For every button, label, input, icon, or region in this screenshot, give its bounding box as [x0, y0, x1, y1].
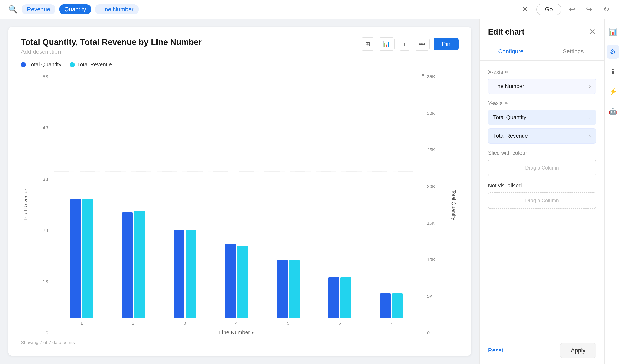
- chart-area: Total Quantity, Total Revenue by Line Nu…: [8, 27, 471, 356]
- bar-cyan-2: [134, 211, 145, 318]
- x-axis-value: Line Number: [493, 83, 524, 89]
- chart-title: Total Quantity, Total Revenue by Line Nu…: [21, 37, 361, 47]
- x-axis-label-text: X-axis: [488, 69, 503, 75]
- panel-title: Edit chart: [488, 27, 589, 43]
- tag-revenue[interactable]: Revenue: [22, 4, 55, 14]
- panel-close-button[interactable]: ✕: [589, 27, 596, 43]
- tab-configure[interactable]: Configure: [480, 43, 542, 60]
- bar-group-7: [380, 294, 403, 318]
- settings-icon-button[interactable]: ⚙: [607, 45, 619, 59]
- back-button[interactable]: ↩: [566, 5, 579, 14]
- more-options-button[interactable]: •••: [414, 38, 429, 50]
- bar-blue-6: [328, 277, 339, 318]
- bar-cyan-7: [392, 294, 403, 318]
- bar-cyan-5: [289, 260, 300, 318]
- legend-label-revenue: Total Revenue: [77, 61, 112, 68]
- y-axis-left-label: Total Revenue: [21, 189, 29, 221]
- y-right-tick: 25K: [427, 147, 435, 153]
- bar-blue-1: [70, 199, 81, 318]
- go-button[interactable]: Go: [536, 3, 561, 15]
- legend-dot-revenue: [70, 62, 75, 67]
- bar-group-4: [225, 244, 248, 318]
- y-axis-right: 35K 30K 25K 20K 15K 10K 5K 0: [424, 74, 449, 336]
- not-visualised-label: Not visualised: [488, 182, 596, 189]
- slice-colour-label: Slice with colour: [488, 150, 596, 156]
- y-tick: 1B: [43, 279, 48, 284]
- chart-wrapper: Total Revenue 5B 4B 3B 2B 1B 0: [21, 74, 459, 336]
- y-right-tick: 20K: [427, 184, 435, 189]
- pin-button[interactable]: Pin: [434, 38, 459, 50]
- slice-colour-text: Slice with colour: [488, 150, 527, 156]
- tag-quantity[interactable]: Quantity: [59, 4, 91, 14]
- robot-icon-button[interactable]: 🤖: [606, 105, 620, 118]
- x-axis-dropdown-icon[interactable]: ▾: [252, 330, 254, 335]
- search-icon: 🔍: [8, 5, 18, 14]
- y-tick: 3B: [43, 177, 48, 182]
- reset-button[interactable]: Reset: [488, 347, 503, 354]
- apply-button[interactable]: Apply: [560, 343, 596, 358]
- legend-total-revenue: Total Revenue: [70, 61, 112, 68]
- chart-icon-button[interactable]: 📊: [606, 25, 620, 39]
- x-axis: 1 2 3 4 5 6 7: [52, 318, 421, 326]
- tag-line-number[interactable]: Line Number: [95, 4, 138, 14]
- y-axis-right-label: Total Quantity: [451, 190, 459, 220]
- y-axis-quantity-value: Total Quantity: [493, 114, 526, 121]
- bar-blue-7: [380, 294, 391, 318]
- chart-subtitle[interactable]: Add description: [21, 49, 361, 55]
- y-axis-label-text: Y-axis: [488, 100, 502, 106]
- forward-button[interactable]: ↪: [583, 5, 596, 14]
- x-tick-4: 4: [235, 320, 238, 326]
- search-clear-button[interactable]: ✕: [518, 5, 532, 14]
- tab-settings[interactable]: Settings: [542, 43, 604, 60]
- x-tick-3: 3: [184, 320, 186, 326]
- table-view-button[interactable]: ⊞: [361, 37, 374, 50]
- bar-blue-3: [173, 230, 184, 318]
- share-button[interactable]: ↑: [399, 38, 410, 50]
- bar-group-5: [277, 260, 300, 318]
- y-right-tick: 0: [427, 330, 430, 336]
- x-axis-chevron-icon: ›: [589, 83, 591, 89]
- x-axis-selector[interactable]: Line Number ›: [488, 79, 596, 94]
- y-right-tick: 5K: [427, 294, 433, 299]
- x-axis-section-label: X-axis ✏: [488, 69, 596, 75]
- search-bar: 🔍 Revenue Quantity Line Number ✕ Go ↩ ↪ …: [0, 0, 621, 19]
- y-axis-total-quantity-selector[interactable]: Total Quantity ›: [488, 110, 596, 125]
- y-axis-edit-icon[interactable]: ✏: [505, 101, 508, 106]
- bar-cyan-1: [82, 199, 93, 318]
- x-tick-6: 6: [339, 320, 341, 326]
- y-tick: 4B: [43, 125, 48, 131]
- bar-chart-button[interactable]: 📊: [379, 37, 395, 50]
- bars-container: [52, 74, 421, 318]
- bar-cyan-6: [341, 277, 351, 318]
- panel-body: X-axis ✏ Line Number › Y-axis ✏ Total Qu…: [480, 61, 604, 337]
- info-icon-button[interactable]: ℹ: [609, 65, 617, 79]
- legend-dot-quantity: [21, 62, 26, 67]
- x-axis-edit-icon[interactable]: ✏: [505, 69, 509, 75]
- bar-group-1: [70, 199, 93, 318]
- y-tick: 0: [46, 330, 48, 336]
- y-tick: 5B: [43, 74, 48, 80]
- edit-panel: Edit chart ✕ Configure Settings X-axis ✏…: [480, 19, 604, 364]
- not-visualised-drag-zone[interactable]: Drag a Column: [488, 192, 596, 209]
- right-axis-toggle[interactable]: ◂: [421, 72, 424, 77]
- bar-cyan-4: [237, 246, 248, 318]
- slice-colour-drag-zone[interactable]: Drag a Column: [488, 160, 596, 176]
- y-right-tick: 30K: [427, 111, 435, 116]
- x-axis-label: Line Number ▾: [52, 329, 421, 336]
- y-right-tick: 35K: [427, 74, 435, 80]
- chart-inner: 1 2 3 4 5 6 7 Line Number ▾: [52, 74, 421, 336]
- y-right-tick: 15K: [427, 220, 435, 226]
- refresh-button[interactable]: ↻: [600, 5, 613, 14]
- bar-group-2: [122, 211, 145, 318]
- legend-label-quantity: Total Quantity: [28, 61, 61, 68]
- bar-group-3: [173, 230, 196, 318]
- y-axis-left: 5B 4B 3B 2B 1B 0: [31, 74, 52, 336]
- panel-footer: Reset Apply: [480, 337, 604, 364]
- lightning-icon-button[interactable]: ⚡: [606, 85, 620, 99]
- y-axis-revenue-value: Total Revenue: [493, 133, 528, 139]
- legend-total-quantity: Total Quantity: [21, 61, 61, 68]
- panel-header: Edit chart ✕: [480, 19, 604, 43]
- bar-blue-2: [122, 212, 133, 318]
- data-points-note: Showing 7 of 7 data points: [21, 340, 459, 345]
- y-axis-total-revenue-selector[interactable]: Total Revenue ›: [488, 128, 596, 144]
